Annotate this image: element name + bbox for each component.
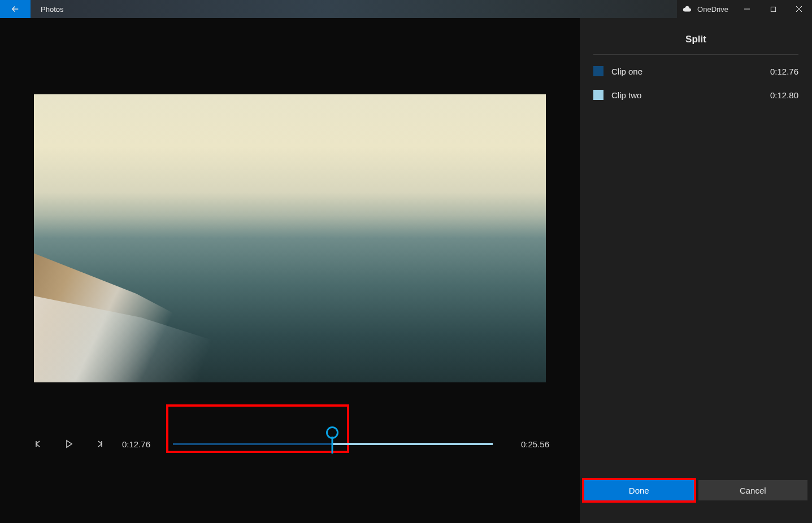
end-time: 0:25.56: [513, 439, 549, 449]
panel-title: Split: [593, 18, 798, 55]
clip-one-segment: [173, 443, 332, 445]
maximize-icon: [770, 6, 776, 12]
clip-list: Clip one 0:12.76 Clip two 0:12.80: [580, 55, 812, 111]
close-button[interactable]: [786, 0, 812, 18]
main-area: 0:12.76 0:25.56 Split: [0, 18, 812, 523]
clip-color-swatch: [593, 90, 603, 100]
step-back-icon: [34, 439, 43, 448]
split-handle-stem: [332, 437, 333, 454]
clip-duration: 0:12.80: [770, 90, 798, 100]
app-title: Photos: [31, 0, 677, 18]
split-handle[interactable]: [326, 438, 338, 450]
onedrive-status[interactable]: OneDrive: [677, 0, 734, 18]
done-button-label: Done: [629, 486, 649, 495]
play-icon: [64, 439, 73, 448]
play-button[interactable]: [61, 436, 77, 452]
side-panel: Split Clip one 0:12.76 Clip two 0:12.80 …: [580, 18, 812, 523]
cancel-button[interactable]: Cancel: [698, 480, 808, 500]
preview-decor: [34, 238, 341, 382]
preview-pane: 0:12.76 0:25.56: [0, 18, 580, 523]
current-time: 0:12.76: [122, 439, 158, 449]
app-window: Photos OneDrive: [0, 0, 812, 523]
clip-two-segment: [332, 443, 493, 445]
close-icon: [796, 6, 802, 12]
panel-footer: Done Cancel: [580, 480, 812, 523]
step-forward-icon: [95, 439, 104, 448]
clip-duration: 0:12.76: [770, 67, 798, 76]
cancel-button-label: Cancel: [740, 486, 766, 495]
clip-row[interactable]: Clip two 0:12.80: [593, 90, 798, 100]
cloud-icon: [683, 6, 693, 12]
maximize-button[interactable]: [760, 0, 786, 18]
clip-label: Clip two: [611, 90, 641, 100]
clip-label: Clip one: [611, 67, 642, 76]
arrow-left-icon: [10, 4, 20, 14]
clip-color-swatch: [593, 66, 603, 76]
timeline[interactable]: [173, 421, 493, 467]
svg-rect-0: [771, 7, 775, 11]
previous-frame-button[interactable]: [31, 436, 46, 452]
minimize-icon: [744, 6, 750, 12]
next-frame-button[interactable]: [92, 436, 107, 452]
onedrive-label: OneDrive: [697, 5, 728, 14]
done-button[interactable]: Done: [584, 480, 694, 500]
minimize-button[interactable]: [734, 0, 760, 18]
video-preview[interactable]: [34, 94, 546, 382]
playback-controls: 0:12.76 0:25.56: [0, 421, 580, 467]
clip-row[interactable]: Clip one 0:12.76: [593, 66, 798, 76]
annotation-highlight: [166, 404, 349, 453]
title-bar: Photos OneDrive: [0, 0, 812, 18]
back-button[interactable]: [0, 0, 31, 18]
